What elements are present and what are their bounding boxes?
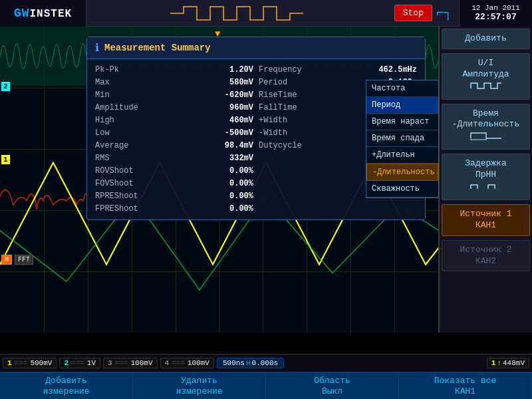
time-duration-button[interactable]: Время -Длительность (442, 104, 530, 150)
top-bar: GWINSTEK Stop ⌐┐ 12 Jan 2011 22:57:07 (0, 0, 532, 27)
measurement-row: Frequency462.5mHz (259, 65, 417, 75)
date-display: 12 Jan 2011 (471, 4, 520, 12)
ch3-num: 3 (108, 359, 112, 367)
trigger-area: Stop ⌐┐ (388, 5, 459, 21)
measurement-row: FOVShoot0.00% (95, 178, 253, 189)
meas-label: Pk-Pk (95, 65, 119, 74)
meas-value: 960mV (229, 103, 253, 112)
ch2-num: 2 (64, 359, 68, 367)
meas-label: ROVShoot (95, 166, 134, 176)
trigger-display: 1 ↑ 448mV (487, 358, 529, 368)
measurement-row: FPREShoot0.00% (95, 203, 253, 214)
logo: GWINSTEK (14, 7, 72, 20)
measurement-row: Amplitude960mV (95, 102, 253, 113)
source2-label: Источник 2 (448, 245, 524, 256)
context-menu-item[interactable]: Период (366, 97, 438, 114)
ch2-sep: === (71, 359, 84, 367)
waveform-preview (86, 0, 388, 27)
stop-button[interactable]: Stop (394, 5, 432, 21)
context-menu-item[interactable]: Время спада (366, 130, 438, 147)
source1-button[interactable]: Источник 1 КАН1 (442, 204, 530, 236)
u-amplitude-button[interactable]: U/I Амплитуда (442, 53, 530, 100)
time-label: Время (448, 108, 524, 120)
meas-label: RPREShoot (95, 192, 138, 201)
h-label: H (246, 359, 251, 367)
meas-value: 0.00% (229, 192, 253, 201)
kan2-label: КАН2 (448, 256, 524, 267)
kan1-label: КАН1 (448, 220, 524, 231)
waveform-icon (170, 3, 303, 23)
meas-label: Frequency (259, 65, 302, 74)
meas-label: Dutycycle (259, 141, 302, 150)
ch4-num: 4 (165, 359, 170, 367)
meas-label: Min (95, 90, 110, 100)
h-value: 0.000s (252, 359, 279, 367)
action-bar: Добавитьизмерение Удалитьизмерение Облас… (0, 372, 532, 399)
measurement-row: Average98.4mV (95, 140, 253, 151)
meas-label: FPREShoot (95, 204, 138, 213)
show-all-button[interactable]: Показать всеКАН1 (399, 373, 532, 399)
timebase-item: 500ns H 0.000s (217, 358, 284, 368)
context-menu-item[interactable]: Частота (366, 80, 438, 97)
trigger-ch-item: 1 ↑ 448mV (487, 358, 529, 368)
duration-sublabel: -Длительность (448, 119, 524, 130)
time-icon (469, 130, 503, 141)
meas-label: High (95, 116, 114, 125)
trigger-icon: ⌐┐ (436, 5, 452, 21)
measurements-left-col: Pk-Pk1.20VMax580mVMin-620mVAmplitude960m… (95, 65, 253, 214)
source1-label: Источник 1 (448, 209, 524, 220)
time-display: 22:57:07 (475, 12, 516, 22)
delay-label: Задержка (448, 158, 524, 170)
context-menu-item[interactable]: -Длительность (366, 164, 438, 181)
measurement-row: Pk-Pk1.20V (95, 65, 253, 75)
meas-value: -500mV (225, 128, 253, 138)
measurement-row: RPREShoot0.00% (95, 191, 253, 201)
area-button[interactable]: ОбластьВыкл (266, 373, 399, 399)
measurement-row: ROVShoot0.00% (95, 166, 253, 176)
meas-label: FOVShoot (95, 179, 134, 188)
meas-value: -620mV (225, 90, 253, 100)
prnn-sublabel: ПрНН (448, 170, 524, 181)
ch1-num: 1 (7, 359, 12, 367)
m-label: M (1, 255, 12, 265)
source2-button[interactable]: Источник 2 КАН2 (442, 240, 530, 272)
context-menu-item[interactable]: Время нараст (366, 114, 438, 130)
ch2-item: 2 === 1V (59, 358, 100, 368)
meas-label: -Width (259, 128, 287, 138)
meas-label: Amplitude (95, 103, 138, 112)
meas-label: Low (95, 128, 110, 138)
ch1-item: 1 === 500mV (3, 358, 57, 368)
add-measurement-button[interactable]: Добавитьизмерение (0, 373, 133, 399)
meas-value: 462.5mHz (378, 65, 417, 74)
add-button[interactable]: Добавить (442, 29, 530, 49)
fft-label: FFT (15, 255, 33, 265)
logo-area: GWINSTEK (0, 0, 86, 27)
ch3-item: 3 === 100mV (103, 358, 157, 368)
meas-value: 1.20V (229, 65, 253, 74)
ch4-sep: === (172, 359, 185, 367)
ch1-sep: === (15, 359, 28, 367)
trig-arrow: ↑ (497, 359, 501, 367)
delay-button[interactable]: Задержка ПрНН (442, 154, 530, 200)
meas-label: Period (259, 78, 287, 87)
timebase-val: 500ns (223, 359, 245, 367)
ch4-item: 4 === 100mV (160, 358, 214, 368)
trig-ch-num: 1 (491, 359, 496, 367)
ch2-val: 1V (87, 359, 96, 367)
logo-instek: INSTEK (30, 8, 72, 20)
context-menu-item[interactable]: +Длительн (366, 147, 438, 164)
remove-measurement-button[interactable]: Удалитьизмерение (133, 373, 266, 399)
ch1-marker: 1 (1, 155, 10, 164)
meas-label: +Width (259, 116, 287, 125)
datetime-area: 12 Jan 2011 22:57:07 (459, 0, 532, 27)
context-menu-item[interactable]: Скважность (366, 181, 438, 198)
meas-value: 460mV (229, 116, 253, 125)
ch4-val: 100mV (188, 359, 209, 367)
measurement-row: RMS332mV (95, 153, 253, 164)
trig-val: 448mV (503, 359, 525, 367)
ch3-sep: === (115, 359, 128, 367)
meas-label: RiseTime (259, 90, 297, 100)
amplitude-icon (469, 80, 503, 91)
dialog-title-bar: ℹ Measurement Summary (87, 37, 425, 59)
meas-value: 332mV (229, 154, 253, 163)
